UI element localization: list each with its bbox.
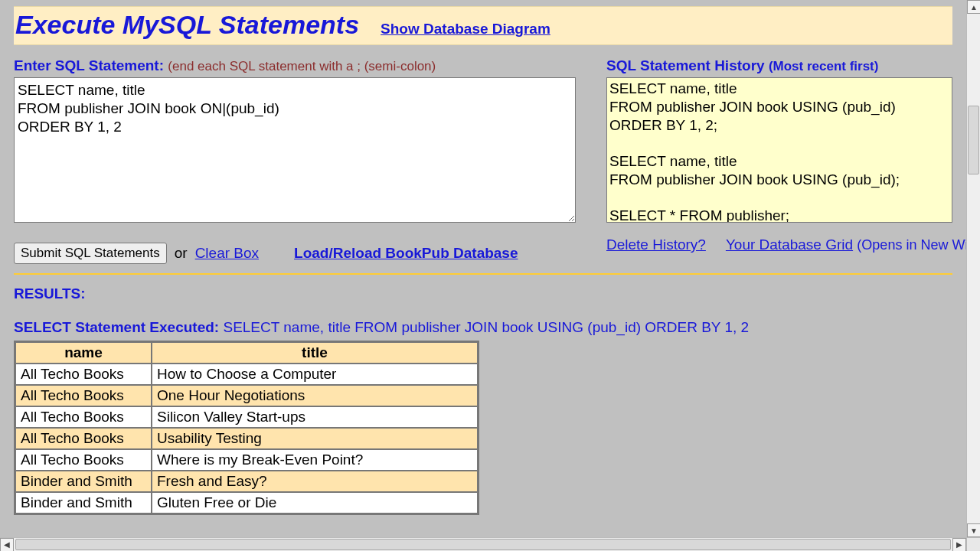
scroll-up-icon[interactable]: ▲ (967, 0, 980, 14)
cell-title: One Hour Negotiations (152, 385, 478, 406)
cell-name: All Techo Books (15, 385, 152, 406)
vscroll-thumb[interactable] (968, 106, 979, 174)
hscroll-track[interactable] (14, 538, 952, 551)
scroll-right-icon[interactable]: ▶ (952, 538, 966, 552)
cell-title: Gluten Free or Die (152, 492, 478, 514)
cell-name: All Techo Books (15, 406, 152, 428)
sql-input-column: Enter SQL Statement: (end each SQL state… (14, 57, 579, 264)
scroll-left-icon[interactable]: ◀ (0, 538, 14, 552)
executed-sql: SELECT name, title FROM publisher JOIN b… (223, 319, 749, 335)
history-actions: Delete History? Your Database Grid (Open… (606, 236, 952, 253)
load-reload-link[interactable]: Load/Reload BookPub Database (294, 245, 518, 262)
table-row: All Techo BooksHow to Choose a Computer (15, 364, 478, 385)
history-hint: (Most recent first) (769, 59, 879, 73)
results-header-row: name title (15, 342, 478, 364)
delete-history-link[interactable]: Delete History? (606, 236, 706, 253)
submit-sql-button[interactable]: Submit SQL Statements (14, 243, 167, 264)
horizontal-scrollbar[interactable]: ◀ ▶ (0, 537, 966, 551)
page-title: Execute MySQL Statements (15, 10, 359, 40)
results-label: RESULTS: (14, 285, 952, 302)
cell-name: All Techo Books (15, 428, 152, 449)
vscroll-track[interactable] (967, 14, 980, 523)
col-header-name: name (15, 342, 152, 364)
enter-sql-label-text: Enter SQL Statement: (14, 57, 164, 73)
cell-title: Silicon Valley Start-ups (152, 406, 478, 428)
your-database-grid-link[interactable]: Your Database Grid (726, 236, 853, 253)
hscroll-thumb[interactable] (15, 539, 951, 550)
history-label: SQL Statement History (Most recent first… (606, 57, 952, 74)
executed-prefix: SELECT Statement Executed: (14, 319, 219, 335)
title-bar: Execute MySQL Statements Show Database D… (14, 6, 952, 45)
input-history-row: Enter SQL Statement: (end each SQL state… (14, 57, 952, 264)
cell-title: Where is my Break-Even Point? (152, 449, 478, 471)
page-content: Execute MySQL Statements Show Database D… (0, 0, 966, 515)
history-column: SQL Statement History (Most recent first… (606, 57, 952, 264)
cell-title: Fresh and Easy? (152, 471, 478, 492)
cell-title: How to Choose a Computer (152, 364, 478, 385)
cell-title: Usability Testing (152, 428, 478, 449)
sql-input[interactable] (14, 77, 576, 223)
scroll-down-icon[interactable]: ▼ (967, 523, 980, 537)
cell-name: Binder and Smith (15, 492, 152, 514)
table-row: All Techo BooksOne Hour Negotiations (15, 385, 478, 406)
history-label-text: SQL Statement History (606, 57, 765, 73)
table-row: All Techo BooksSilicon Valley Start-ups (15, 406, 478, 428)
history-box[interactable]: SELECT name, title FROM publisher JOIN b… (606, 77, 952, 223)
table-row: Binder and SmithFresh and Easy? (15, 471, 478, 492)
executed-line: SELECT Statement Executed: SELECT name, … (14, 319, 952, 336)
separator (14, 273, 952, 275)
table-row: All Techo BooksUsability Testing (15, 428, 478, 449)
cell-name: Binder and Smith (15, 471, 152, 492)
scrollbar-corner (966, 537, 980, 551)
results-table: name title All Techo BooksHow to Choose … (14, 341, 479, 515)
sql-actions-row: Submit SQL Statements or Clear Box Load/… (14, 243, 579, 264)
table-row: All Techo BooksWhere is my Break-Even Po… (15, 449, 478, 471)
enter-sql-hint: (end each SQL statement with a ; (semi-c… (168, 59, 436, 73)
clear-box-link[interactable]: Clear Box (195, 245, 259, 262)
or-text: or (175, 245, 188, 262)
cell-name: All Techo Books (15, 449, 152, 471)
grid-opens-note: (Opens in New Wind (857, 237, 966, 253)
vertical-scrollbar[interactable]: ▲ ▼ (966, 0, 980, 537)
page-viewport: Execute MySQL Statements Show Database D… (0, 0, 966, 530)
cell-name: All Techo Books (15, 364, 152, 385)
enter-sql-label: Enter SQL Statement: (end each SQL state… (14, 57, 579, 74)
your-grid-wrap: Your Database Grid (Opens in New Wind (726, 236, 966, 253)
table-row: Binder and SmithGluten Free or Die (15, 492, 478, 514)
col-header-title: title (152, 342, 478, 364)
show-diagram-link[interactable]: Show Database Diagram (381, 21, 550, 37)
